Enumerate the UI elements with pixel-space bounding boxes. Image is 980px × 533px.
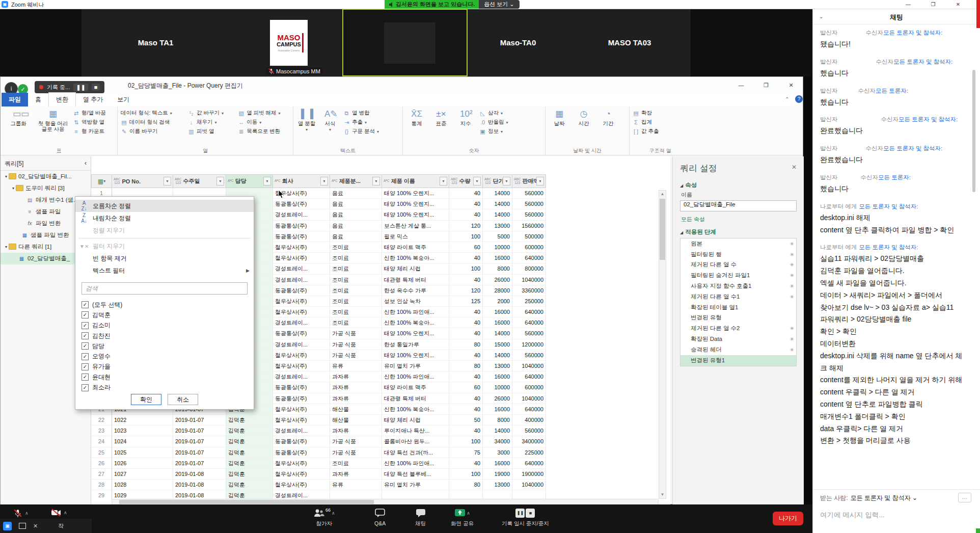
column-header-category[interactable]: AᴮC제품분...▼ (330, 174, 382, 188)
cell-category[interactable]: 과자류 (330, 393, 382, 404)
applied-step[interactable]: ✕ 필터링된 숨겨진 파일1 ✳ (680, 270, 796, 281)
cell-product[interactable]: 대관령 특제 버터 (382, 393, 449, 404)
step-settings-icon[interactable]: ✳ (790, 252, 794, 257)
cell-amount[interactable]: 640000 (512, 317, 546, 328)
cell-price[interactable]: 15000 (483, 339, 512, 350)
chevron-up-icon[interactable]: ∧ (25, 511, 29, 516)
cell-product[interactable]: 대관령 특제 버터 (382, 275, 449, 285)
cell-company[interactable]: 경성트레이... (273, 339, 330, 350)
cell-owner[interactable]: 김덕훈 (226, 415, 273, 425)
data-type-button[interactable]: 데이터 형식: 텍스트▾ (121, 110, 185, 117)
cell-amount[interactable]: 640000 (512, 458, 546, 469)
applied-step[interactable]: ✕ 확장된 테이블 열1 ✳ (680, 302, 796, 313)
cell-company[interactable]: 철우상사(주) (273, 415, 330, 425)
filter-value-item[interactable]: ✓ 김찬진 (81, 331, 248, 341)
filter-icon[interactable]: ▼ (503, 177, 510, 185)
more-options-button[interactable]: … (958, 493, 971, 502)
cell-category[interactable]: 조미료 (330, 285, 382, 296)
cell-product[interactable]: 신한 100% 복숭아... (382, 404, 449, 415)
chat-message[interactable]: 발신자수신자모든 토론자 및 참석자: 완료했습니다 (820, 116, 969, 137)
aggregate-button[interactable]: Σ집계 (633, 119, 659, 126)
filter-value-item[interactable]: ✓ 오영수 (81, 351, 248, 361)
cell-qty[interactable]: 40 (449, 458, 483, 469)
cell-price[interactable]: 10000 (483, 382, 512, 393)
video-tile-selected[interactable] (342, 9, 468, 76)
ok-button[interactable]: 확인 (131, 394, 161, 405)
extract-button[interactable]: ⇥추출▾ (343, 119, 379, 126)
cell-qty[interactable]: 125 (449, 296, 483, 307)
cell-product[interactable] (382, 490, 449, 499)
cell-category[interactable]: 가공 식품 (330, 436, 382, 447)
cell-category[interactable]: 가공 식품 (330, 350, 382, 361)
video-tile-maso-ta1[interactable]: Maso TA1 (81, 9, 237, 76)
cell-date[interactable]: 2019-01-07 (173, 458, 226, 469)
tab-home[interactable]: 홈 (28, 93, 48, 106)
cell-qty[interactable]: 40 (449, 328, 483, 339)
cell-product[interactable]: 신한 100% 파인애... (382, 307, 449, 317)
tab-add-column[interactable]: 열 추가 (76, 93, 110, 106)
standard-button[interactable]: ±×표준 (430, 109, 452, 148)
remove-empty-item[interactable]: 빈 항목 제거 (75, 252, 254, 264)
scrollbar-thumb[interactable] (660, 199, 665, 260)
chat-message[interactable]: 발신자수신자모든 토론자 및 참석자: 완료했습니다 (820, 145, 969, 166)
rounding-button[interactable]: .0반올림▾ (479, 119, 508, 126)
cell-company[interactable]: 동광통상(주) (273, 285, 330, 296)
cell-product[interactable]: 유미 멸치 가루 (382, 479, 449, 490)
filter-icon[interactable]: ▼ (263, 177, 271, 185)
use-first-row-button[interactable]: ▦첫 행을 머리글로 사용 (36, 109, 70, 148)
column-header-qty[interactable]: ABC123수량▼ (449, 174, 483, 188)
rename-button[interactable]: ✎이름 바꾸기 (121, 128, 185, 135)
cell-date[interactable]: 2019-01-07 (173, 436, 226, 447)
trigonometry-button[interactable]: ◺삼각▾ (479, 110, 508, 117)
column-header-owner[interactable]: AᴮC담당▼ (226, 174, 273, 188)
format-button[interactable]: A✎서식▾ (320, 109, 340, 148)
cell-price[interactable]: 8000 (483, 263, 512, 274)
cell-price[interactable]: 16000 (483, 253, 512, 263)
unpivot-button[interactable]: ▧열 피벗 해제▾ (238, 110, 290, 117)
cell-company[interactable]: 동광통상(주) (273, 382, 330, 393)
cell-category[interactable]: 조미료 (330, 253, 382, 263)
chat-message[interactable]: 발신자수신자모든 토론자: 했습니다 (820, 174, 969, 195)
maximize-window-icon[interactable]: ❐ (925, 1, 941, 8)
detect-data-type-button[interactable]: ▤데이터 형식 검색 (121, 119, 185, 126)
cell-category[interactable]: 음료 (330, 231, 382, 242)
cell-qty[interactable]: 40 (449, 275, 483, 285)
time-button[interactable]: ◷시간 (573, 109, 594, 148)
parse-button[interactable]: {}구문 분석▾ (343, 128, 379, 135)
cell-qty[interactable]: 100 (449, 436, 483, 447)
cell-owner[interactable]: 김덕훈 (226, 425, 273, 436)
cell-owner[interactable]: 김덕훈 (226, 436, 273, 447)
cell-qty[interactable]: 40 (449, 371, 483, 382)
extract-values-button[interactable]: [ ]값 추출 (633, 128, 659, 135)
cell-category[interactable]: 유류 (330, 479, 382, 490)
cell-qty[interactable]: 120 (449, 285, 483, 296)
cell-product[interactable]: 신한 100% 파인애... (382, 371, 449, 382)
cell-product[interactable]: 태양 100% 오렌지... (382, 209, 449, 220)
filter-value-item[interactable]: ✓ 김소미 (81, 321, 248, 331)
video-tile-maso-ta0[interactable]: Maso-TA0 (468, 9, 576, 76)
cancel-button[interactable]: 취소 (168, 394, 198, 405)
chevron-up-icon[interactable]: ∧ (332, 511, 335, 516)
pq-maximize-icon[interactable]: ❐ (757, 80, 775, 90)
cell-product[interactable]: 태양 라이트 맥주 (382, 382, 449, 393)
cell-product[interactable]: 필로 믹스 (382, 231, 449, 242)
step-settings-icon[interactable]: ✳ (790, 347, 794, 353)
cell-amount[interactable]: 560000 (512, 328, 546, 339)
cell-qty[interactable]: 60 (449, 382, 483, 393)
cell-price[interactable]: 2000 (483, 296, 512, 307)
cell-price[interactable]: 3000 (483, 447, 512, 458)
cell-company[interactable]: 철우상사(주) (273, 404, 330, 415)
filter-value-item[interactable]: ✓ 담당 (81, 341, 248, 351)
cell-company[interactable]: 경성트레이... (273, 490, 330, 499)
cell-category[interactable]: 과자류 (330, 382, 382, 393)
cell-product[interactable]: 신한 100% 복숭아... (382, 253, 449, 263)
cell-amount[interactable]: 1900000 (512, 469, 546, 479)
cell-qty[interactable]: 120 (449, 221, 483, 231)
cell-price[interactable]: 16000 (483, 317, 512, 328)
cell-product[interactable]: 신한 100% 복숭아... (382, 317, 449, 328)
video-tile-maso-ta03[interactable]: MASO TA03 (575, 9, 691, 76)
tab-file[interactable]: 파일 (2, 93, 28, 106)
applied-step[interactable]: ✕ 사용자 지정 함수 호출1 ✳ (680, 281, 796, 291)
expander-icon[interactable]: ▾ (4, 245, 9, 249)
cell-amount[interactable]: 250000 (512, 296, 546, 307)
